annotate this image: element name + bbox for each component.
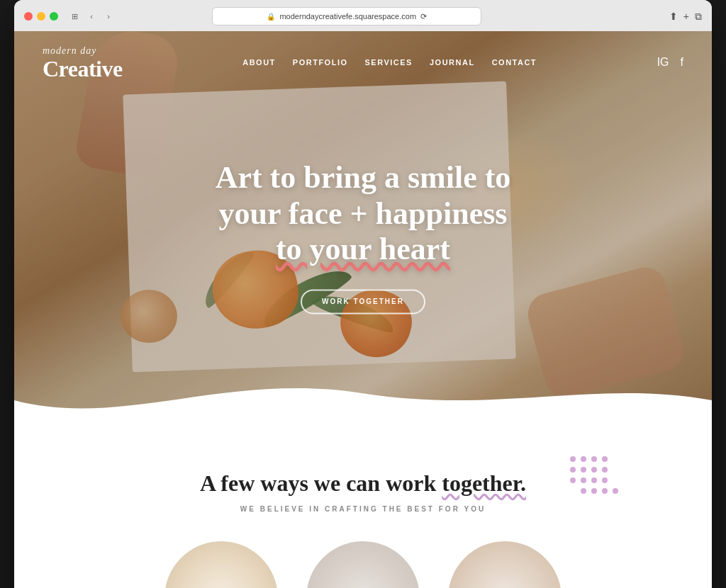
url-text: moderndaycreativefe.squarespace.com <box>279 12 416 21</box>
hero-headline-line1: Art to bring a smile to <box>216 160 511 195</box>
dot-12 <box>602 477 608 483</box>
dot-14 <box>591 488 597 494</box>
dot-15 <box>602 488 608 494</box>
browser-controls: ⊞ ‹ › <box>68 10 115 23</box>
forward-button[interactable]: › <box>102 10 115 23</box>
close-button[interactable] <box>24 12 33 21</box>
below-fold-section: A few ways we can work together. WE BELI… <box>14 428 712 588</box>
website-content: modern day Creative ABOUT PORTFOLIO SERV… <box>14 31 712 588</box>
dot-8 <box>602 467 608 473</box>
back-button[interactable]: ‹ <box>85 10 98 23</box>
dot-5 <box>570 467 576 473</box>
hero-headline-line2: your face + happiness <box>219 196 508 231</box>
hero-cta-button[interactable]: WORK TOGETHER <box>301 289 425 314</box>
dot-1 <box>570 456 576 462</box>
hero-headline: Art to bring a smile to your face + happ… <box>186 160 540 268</box>
traffic-lights <box>24 12 58 21</box>
card-circle-1 <box>164 541 278 588</box>
nav-social: IG f <box>657 56 683 69</box>
dot-7 <box>591 467 597 473</box>
minimize-button[interactable] <box>37 12 45 21</box>
dot-16 <box>613 488 618 494</box>
section-heading-text: A few ways we can work together. <box>200 470 526 496</box>
navigation: modern day Creative ABOUT PORTFOLIO SERV… <box>14 31 712 94</box>
logo-main: Creative <box>43 57 123 80</box>
hero-section: modern day Creative ABOUT PORTFOLIO SERV… <box>14 31 712 428</box>
nav-portfolio[interactable]: PORTFOLIO <box>293 58 348 67</box>
logo-script: modern day <box>43 45 123 57</box>
address-bar[interactable]: 🔒 moderndaycreativefe.squarespace.com ⟳ <box>212 7 481 26</box>
nav-links: ABOUT PORTFOLIO SERVICES JOURNAL CONTACT <box>242 58 537 67</box>
hero-content: Art to bring a smile to your face + happ… <box>186 160 540 314</box>
dot-9 <box>570 477 576 483</box>
grid-icon[interactable]: ⊞ <box>68 10 81 23</box>
dot-11 <box>591 477 597 483</box>
dot-3 <box>591 456 597 462</box>
nav-contact[interactable]: CONTACT <box>492 58 537 67</box>
dot-4 <box>602 456 608 462</box>
facebook-icon[interactable]: f <box>681 56 683 69</box>
browser-chrome: ⊞ ‹ › 🔒 moderndaycreativefe.squarespace.… <box>14 0 712 31</box>
nav-about[interactable]: ABOUT <box>242 58 276 67</box>
duplicate-button[interactable]: ⧉ <box>695 11 702 23</box>
dot-13 <box>581 488 586 494</box>
lock-icon: 🔒 <box>267 13 275 21</box>
hero-headline-line3: to your heart <box>276 232 450 267</box>
nav-services[interactable]: SERVICES <box>365 58 413 67</box>
reload-icon[interactable]: ⟳ <box>420 12 427 21</box>
new-tab-button[interactable]: + <box>683 11 689 23</box>
fullscreen-button[interactable] <box>50 12 58 21</box>
instagram-icon[interactable]: IG <box>657 56 669 69</box>
card-circle-3 <box>448 541 562 588</box>
dot-6 <box>581 467 586 473</box>
share-button[interactable]: ⬆ <box>669 11 678 23</box>
logo[interactable]: modern day Creative <box>43 45 123 80</box>
dot-2 <box>581 456 586 462</box>
cards-row <box>43 541 683 588</box>
wave-divider <box>14 372 712 428</box>
nav-journal[interactable]: JOURNAL <box>430 58 475 67</box>
browser-actions: ⬆ + ⧉ <box>669 11 702 23</box>
dots-decoration <box>570 456 627 513</box>
dot-10 <box>581 477 586 483</box>
browser-window: ⊞ ‹ › 🔒 moderndaycreativefe.squarespace.… <box>14 0 712 588</box>
card-circle-2 <box>306 541 420 588</box>
